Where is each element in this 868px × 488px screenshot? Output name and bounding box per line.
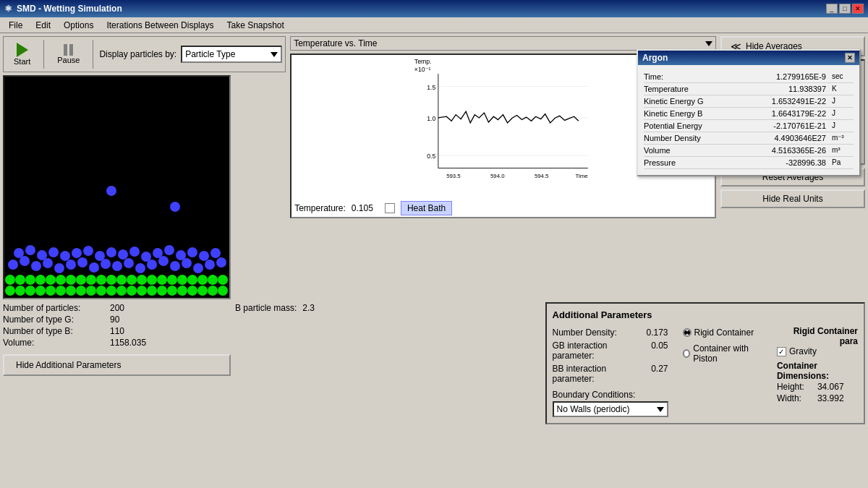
- argon-time-value: 1.2799165E-9: [731, 72, 826, 81]
- chart-title-dropdown[interactable]: Temperature vs. Time: [290, 36, 716, 51]
- svg-point-72: [118, 249, 128, 260]
- gravity-option[interactable]: ✓ Gravity: [777, 346, 858, 356]
- svg-point-46: [31, 261, 41, 271]
- close-button[interactable]: ✕: [852, 4, 864, 14]
- svg-point-40: [187, 275, 197, 285]
- argon-content: Time: 1.2799165E-9 sec Temperature 11.93…: [638, 65, 859, 175]
- gravity-checkbox[interactable]: ✓: [777, 347, 786, 356]
- svg-point-75: [153, 248, 163, 258]
- num-type-b-label: Number of type B:: [3, 326, 104, 336]
- volume-row: Volume: 1158.035: [3, 337, 231, 348]
- argon-nd-unit: m⁻³: [832, 134, 854, 142]
- svg-point-11: [116, 286, 127, 296]
- menu-options[interactable]: Options: [58, 19, 99, 32]
- gb-param-value: 0.05: [651, 341, 668, 361]
- rigid-container-label: Rigid Container: [694, 328, 754, 338]
- argon-panel: Argon ✕ Time: 1.2799165E-9 sec Temperatu…: [637, 49, 861, 176]
- rigid-container-option[interactable]: Rigid Container: [683, 326, 762, 339]
- svg-point-77: [176, 250, 186, 260]
- b-particle-label: B particle mass:: [235, 303, 297, 313]
- display-particles-section: Display particles by: Particle Type: [99, 46, 282, 63]
- svg-text:0.5: 0.5: [427, 153, 435, 160]
- svg-point-28: [66, 275, 76, 285]
- boundary-section: Boundary Conditions: No Walls (periodic): [553, 390, 668, 417]
- minimize-button[interactable]: _: [826, 4, 838, 14]
- rigid-container-radio[interactable]: [683, 328, 692, 337]
- height-label: Height:: [777, 382, 813, 392]
- svg-point-66: [48, 247, 59, 257]
- height-value: 34.067: [817, 382, 844, 392]
- boundary-dropdown-arrow-icon: [657, 407, 664, 412]
- argon-nd-row: Number Density 4.4903646E27 m⁻³: [644, 132, 854, 145]
- argon-time-row: Time: 1.2799165E-9 sec: [644, 71, 854, 83]
- hide-real-units-button[interactable]: Hide Real Units: [720, 189, 865, 208]
- svg-text:593.5: 593.5: [446, 173, 461, 179]
- chart-bottom-area: B particle mass: 2.3: [235, 302, 541, 424]
- argon-keb-field: Kinetic Energy B: [644, 109, 731, 118]
- chart-dropdown-arrow-icon: [705, 41, 712, 46]
- svg-point-26: [46, 275, 56, 285]
- svg-point-37: [157, 275, 167, 285]
- svg-point-67: [60, 251, 70, 261]
- menu-file[interactable]: File: [3, 19, 28, 32]
- svg-point-80: [210, 248, 221, 258]
- num-particles-label: Number of particles:: [3, 303, 104, 313]
- argon-press-value: -328996.38: [731, 158, 826, 167]
- svg-point-13: [137, 286, 147, 296]
- argon-temp-row: Temperature 11.938397 K: [644, 83, 854, 95]
- container-dim-label: Container Dimensions:: [777, 361, 858, 381]
- rigid-container-param-label: Rigid Container para: [777, 326, 858, 346]
- argon-time-field: Time:: [644, 72, 731, 81]
- svg-point-62: [216, 257, 226, 267]
- argon-pe-value: -2.170761E-21: [731, 121, 826, 130]
- menu-iterations[interactable]: Iterations Between Displays: [101, 19, 219, 32]
- svg-point-61: [205, 260, 215, 270]
- svg-point-70: [95, 251, 105, 261]
- svg-point-39: [177, 275, 187, 285]
- svg-point-9: [96, 286, 106, 296]
- svg-point-1: [15, 286, 25, 296]
- argon-title-bar: Argon ✕: [638, 51, 859, 65]
- particle-type-dropdown[interactable]: Particle Type: [181, 46, 282, 63]
- start-button[interactable]: Start: [7, 40, 38, 69]
- additional-col-1: Number Density: 0.173 GB interaction par…: [553, 326, 668, 417]
- svg-point-44: [8, 260, 18, 270]
- container-piston-label: Container with Piston: [693, 343, 762, 364]
- app-icon: ⚛: [4, 4, 12, 14]
- boundary-dropdown[interactable]: No Walls (periodic): [553, 401, 668, 417]
- argon-close-button[interactable]: ✕: [845, 53, 855, 63]
- svg-point-8: [86, 286, 96, 296]
- menu-edit[interactable]: Edit: [30, 19, 56, 32]
- svg-point-20: [208, 286, 218, 296]
- container-piston-option[interactable]: Container with Piston: [683, 342, 762, 365]
- argon-keg-row: Kinetic Energy G 1.6532491E-22 J: [644, 95, 854, 108]
- chart-header: Temperature vs. Time: [290, 36, 716, 51]
- svg-point-64: [25, 245, 35, 255]
- argon-title: Argon: [642, 53, 668, 63]
- argon-nd-value: 4.4903646E27: [731, 134, 826, 142]
- volume-value: 1158.035: [110, 338, 146, 348]
- number-density-label: Number Density:: [553, 328, 617, 338]
- svg-point-34: [127, 275, 137, 285]
- hide-additional-button[interactable]: Hide Additional Parameters: [3, 354, 231, 376]
- maximize-button[interactable]: □: [839, 4, 851, 14]
- svg-text:1.0: 1.0: [427, 115, 435, 122]
- container-piston-radio[interactable]: [683, 349, 691, 358]
- menu-snapshot[interactable]: Take Snapshot: [221, 19, 289, 32]
- simulation-canvas: [3, 75, 231, 299]
- svg-point-25: [35, 275, 46, 285]
- svg-point-31: [96, 275, 106, 285]
- svg-point-74: [141, 252, 151, 262]
- width-label: Width:: [777, 393, 813, 403]
- num-type-g-row: Number of type G: 90: [3, 314, 231, 325]
- svg-point-6: [66, 286, 76, 296]
- svg-point-53: [112, 261, 122, 271]
- y-axis-scale: ×10⁻¹: [414, 66, 431, 73]
- heat-bath-checkbox[interactable]: [385, 203, 395, 213]
- width-value: 33.992: [817, 393, 844, 403]
- pause-button[interactable]: Pause: [50, 41, 87, 67]
- argon-nd-field: Number Density: [644, 134, 731, 142]
- divider: [43, 40, 44, 69]
- svg-point-42: [208, 275, 218, 285]
- num-particles-value: 200: [110, 303, 124, 313]
